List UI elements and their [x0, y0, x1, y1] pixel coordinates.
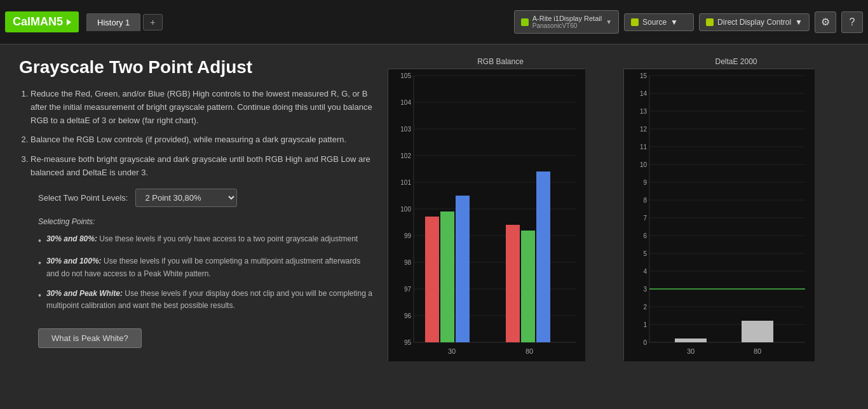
bullet-text-1: 30% and 80%: Use these levels if you onl…: [46, 233, 358, 248]
page-title: Grayscale Two Point Adjust: [19, 57, 375, 77]
main-content: Grayscale Two Point Adjust Reduce the Re…: [0, 44, 868, 409]
ddc-chevron-icon: ▼: [795, 18, 803, 27]
bullet-section: Selecting Points: • 30% and 80%: Use the…: [38, 216, 375, 312]
svg-text:9: 9: [643, 179, 647, 186]
svg-text:14: 14: [640, 90, 648, 97]
svg-text:97: 97: [404, 286, 412, 293]
svg-text:101: 101: [400, 179, 411, 186]
what-is-peak-white-button[interactable]: What is Peak White?: [38, 328, 142, 348]
svg-text:80: 80: [526, 347, 533, 355]
help-icon: ?: [850, 17, 855, 28]
svg-text:11: 11: [640, 144, 648, 151]
svg-text:10: 10: [640, 161, 648, 168]
bullet-text-3: 30% and Peak White: Use these levels if …: [46, 288, 375, 312]
logo-text: CalMAN5: [13, 15, 63, 29]
svg-text:13: 13: [640, 108, 648, 115]
rgb-chart-title: RGB Balance: [388, 57, 613, 66]
rgb-bar-30-green: [440, 211, 454, 342]
rgb-balance-chart: RGB Balance: [388, 57, 613, 361]
select-label: Select Two Point Levels:: [38, 193, 128, 203]
deltae-bar-80: [742, 321, 773, 342]
svg-text:30: 30: [448, 347, 456, 355]
source-label: Source: [642, 18, 667, 27]
rgb-bar-80-blue: [536, 171, 550, 342]
bullet-3: • 30% and Peak White: Use these levels i…: [38, 288, 375, 312]
svg-text:1: 1: [643, 321, 647, 328]
settings-button[interactable]: ⚙: [815, 11, 836, 33]
svg-text:80: 80: [754, 347, 761, 355]
svg-text:5: 5: [643, 250, 647, 257]
rgb-bar-80-red: [506, 225, 520, 342]
svg-text:15: 15: [640, 72, 648, 79]
instruction-3: Re-measure both bright grayscale and dar…: [31, 153, 375, 180]
svg-text:95: 95: [404, 339, 412, 346]
svg-text:104: 104: [400, 99, 411, 106]
bullet-dot-3: •: [38, 288, 41, 312]
ddc-label: Direct Display Control: [717, 18, 791, 27]
source-selector[interactable]: Source ▼: [624, 13, 694, 31]
svg-text:100: 100: [400, 206, 411, 213]
top-bar: CalMAN5 History 1 + A-Rite i1Display Ret…: [0, 0, 868, 44]
tab-bar: History 1 +: [86, 13, 162, 31]
svg-rect-26: [624, 69, 815, 361]
device-chevron-icon: ▼: [606, 18, 612, 25]
two-point-select[interactable]: 2 Point 30,80% 2 Point 30,100% 2 Point 3…: [135, 189, 237, 207]
svg-text:4: 4: [643, 268, 647, 275]
svg-rect-0: [388, 69, 585, 361]
svg-text:102: 102: [400, 152, 411, 159]
tab-history1[interactable]: History 1: [86, 13, 140, 31]
bullet-text-2: 30% and 100%: Use these levels if you wi…: [46, 255, 375, 279]
gear-icon: ⚙: [821, 16, 830, 28]
source-indicator: [631, 18, 639, 26]
instruction-list: Reduce the Red, Green, and/or Blue (RGB)…: [31, 88, 375, 180]
deltae-chart: DeltaE 2000: [623, 57, 849, 361]
svg-text:2: 2: [643, 304, 647, 311]
instruction-1: Reduce the Red, Green, and/or Blue (RGB)…: [31, 88, 375, 127]
selecting-title: Selecting Points:: [38, 216, 375, 228]
bullet-2: • 30% and 100%: Use these levels if you …: [38, 255, 375, 279]
ddc-indicator: [706, 18, 714, 26]
rgb-chart-area: 105 104 103 102 101 100 99 98 97 96 95: [388, 69, 585, 361]
svg-text:98: 98: [404, 259, 412, 266]
deltae-chart-area: 15 14 13 12 11 10 9 8 7 6 5 4 3 2 1 0: [623, 69, 814, 361]
deltae-chart-svg: 15 14 13 12 11 10 9 8 7 6 5 4 3 2 1 0: [624, 69, 815, 361]
svg-text:6: 6: [643, 232, 647, 239]
svg-text:105: 105: [400, 72, 411, 79]
logo[interactable]: CalMAN5: [5, 11, 79, 32]
logo-arrow-icon: [67, 19, 71, 25]
svg-text:12: 12: [640, 126, 648, 133]
instruction-2: Balance the RGB Low controls (if provide…: [31, 133, 375, 147]
help-button[interactable]: ?: [841, 11, 863, 33]
charts-panel: RGB Balance: [388, 57, 849, 396]
rgb-bar-30-red: [425, 217, 439, 342]
svg-text:8: 8: [643, 197, 647, 204]
source-chevron-icon: ▼: [670, 18, 678, 27]
tab-add-button[interactable]: +: [143, 14, 162, 30]
svg-text:30: 30: [687, 347, 695, 355]
rgb-bar-80-green: [521, 231, 535, 342]
device-selector[interactable]: A-Rite i1Display Retail PanasonicVT60 ▼: [514, 10, 619, 34]
select-row: Select Two Point Levels: 2 Point 30,80% …: [38, 189, 375, 207]
svg-text:0: 0: [643, 339, 647, 346]
svg-text:3: 3: [643, 286, 647, 293]
bullet-1: • 30% and 80%: Use these levels if you o…: [38, 233, 375, 248]
svg-text:103: 103: [400, 126, 411, 133]
bullet-dot-2: •: [38, 256, 41, 279]
device-label: A-Rite i1Display Retail PanasonicVT60: [532, 15, 602, 29]
svg-text:96: 96: [404, 312, 412, 319]
left-panel: Grayscale Two Point Adjust Reduce the Re…: [19, 57, 375, 396]
deltae-chart-title: DeltaE 2000: [623, 57, 849, 66]
bullet-dot-1: •: [38, 234, 41, 248]
svg-text:7: 7: [643, 215, 647, 222]
toolbar: A-Rite i1Display Retail PanasonicVT60 ▼ …: [514, 10, 868, 34]
rgb-chart-svg: 105 104 103 102 101 100 99 98 97 96 95: [388, 69, 585, 361]
instructions: Reduce the Red, Green, and/or Blue (RGB)…: [19, 88, 375, 180]
deltae-bar-30: [675, 339, 707, 342]
ddc-selector[interactable]: Direct Display Control ▼: [699, 13, 810, 31]
rgb-bar-30-blue: [456, 196, 470, 342]
device-indicator: [521, 18, 529, 26]
svg-text:99: 99: [404, 232, 412, 239]
